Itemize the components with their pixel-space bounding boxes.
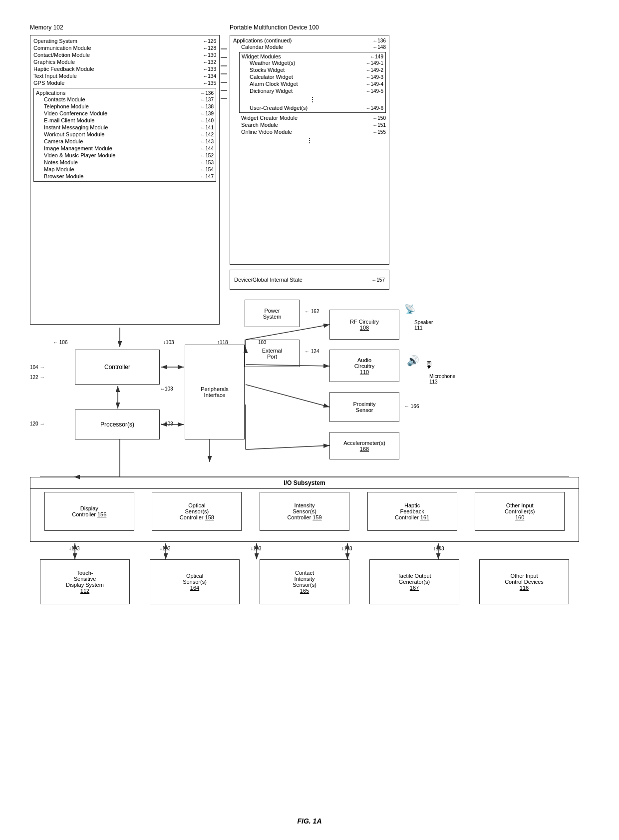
memory-label: Memory 102 (30, 24, 63, 31)
figure-label: FIG. 1A (0, 817, 619, 825)
ref-104: 104 → (30, 365, 44, 370)
touch-display-label: Touch-SensitiveDisplay System112 (66, 570, 104, 594)
other-input-controller-label: Other InputController(s)160 (505, 502, 535, 520)
gps-module-item: GPS Module ←135 (33, 79, 216, 86)
map-module: Map Module ←154 (36, 166, 214, 173)
stocks-widget: Stocks Widget ←149-2 (242, 66, 383, 73)
speaker-icon: 🔊 (407, 355, 419, 367)
io-subsystem-label: I/O Subsystem (30, 477, 579, 489)
display-controller-label: DisplayController 156 (72, 505, 106, 517)
io-subsystem-box: I/O Subsystem DisplayController 156 Opti… (30, 477, 579, 542)
contact-intensity-label: ContactIntensitySensor(s)165 (293, 570, 316, 594)
widget-modules-box: Widget Modules ←149 Weather Widget(s) ←1… (239, 52, 386, 113)
search-module: Search Module ←151 (233, 121, 386, 128)
ellipsis-dots: ⋮ (242, 94, 383, 104)
calculator-widget: Calculator Widget ←149-3 (242, 73, 383, 80)
apps-continued-header: Applications (continued) ←136 (233, 37, 386, 43)
proximity-sensor-label: ProximitySensor (353, 401, 375, 413)
workout-module: Workout Support Module ←142 (36, 131, 214, 138)
bus-103b: 103 (258, 340, 267, 345)
dictionary-widget: Dictionary Widget ←149-5 (242, 87, 383, 94)
accelerometers-box: Accelerometer(s)168 (329, 432, 399, 459)
browser-module: Browser Module ←147 (36, 173, 214, 180)
external-port-box: ExternalPort (245, 340, 300, 367)
optical-sensors-label: OpticalSensor(s)164 (183, 573, 207, 591)
peripherals-box: PeripheralsInterface (185, 345, 245, 439)
device-state-label: Device/Global Internal State (234, 277, 303, 283)
proximity-ref: ← 166 (404, 404, 419, 409)
applications-header: Applications ←136 (36, 90, 214, 96)
notes-module: Notes Module ←153 (36, 159, 214, 166)
device-label: Portable Multifunction Device 100 (230, 24, 319, 31)
bus-118: ↑118 (217, 340, 228, 345)
text-input-item: Text Input Module ←134 (33, 72, 216, 79)
haptic-feedback-controller-box: HapticFeedbackController 161 (367, 492, 457, 531)
arrow-103-other: ↕103 (433, 546, 444, 551)
video-music-module: Video & Music Player Module ←152 (36, 152, 214, 159)
external-port-label: ExternalPort (262, 348, 282, 360)
arrow-103-intensity: ↕103 (251, 546, 262, 551)
comm-module-item: Communication Module ←128 (33, 44, 216, 51)
image-mgmt-module: Image Management Module ←144 (36, 145, 214, 152)
video-conf-module: Video Conference Module ←139 (36, 110, 214, 117)
widget-modules-header: Widget Modules ←149 (242, 53, 383, 59)
microphone-label: Microphone113 (429, 374, 455, 385)
processor-label: Processor(s) (100, 421, 134, 428)
power-system-label: PowerSystem (263, 308, 282, 320)
svg-line-16 (246, 385, 329, 407)
peripherals-label: PeripheralsInterface (201, 386, 229, 398)
microphone-icon: 🎙 (424, 360, 434, 371)
contacts-module: Contacts Module ←137 (36, 96, 214, 103)
contact-motion-item: Contact/Motion Module ←130 (33, 51, 216, 58)
telephone-module: Telephone Module ←138 (36, 103, 214, 110)
power-ref: ← 162 (305, 309, 319, 314)
audio-circuitry-label: AudioCircuitry110 (354, 357, 374, 375)
antenna-icon: 📡 (404, 304, 415, 315)
device-module-list: Applications (continued) ←136 Calendar M… (230, 35, 389, 147)
ref-120: 120 → (30, 421, 44, 426)
other-input-devices-box: Other InputControl Devices116 (479, 559, 569, 604)
rf-circuitry-box: RF Circuitry108 (329, 310, 399, 340)
applications-inner-box: Applications ←136 Contacts Module ←137 T… (33, 88, 216, 182)
device-box: Applications (continued) ←136 Calendar M… (230, 35, 389, 265)
proximity-sensor-box: ProximitySensor (329, 392, 399, 422)
calendar-module: Calendar Module ←148 (233, 43, 386, 50)
other-input-controller-box: Other InputController(s)160 (475, 492, 565, 531)
tactile-output-label: Tactile OutputGenerator(s)167 (397, 573, 431, 591)
touch-display-box: Touch-SensitiveDisplay System112 (40, 559, 130, 604)
ref-122: 122 → (30, 375, 44, 380)
audio-circuitry-box: AudioCircuitry110 (329, 350, 399, 382)
device-state-ref: ←157 (371, 277, 385, 283)
os-item: Operating System ←126 (33, 37, 216, 44)
arrow-103-display: ↕103 (69, 546, 80, 551)
weather-widget: Weather Widget(s) ←149-1 (242, 59, 383, 66)
intensity-sensor-controller-box: IntensitySensor(s)Controller 159 (260, 492, 349, 531)
graphics-module-item: Graphics Module ←132 (33, 58, 216, 65)
arrow-103-haptic: ↕103 (341, 546, 352, 551)
diagram-container: Memory 102 Operating System ←126 Communi… (0, 0, 619, 840)
alarm-widget: Alarm Clock Widget ←149-4 (242, 80, 383, 87)
display-controller-box: DisplayController 156 (44, 492, 134, 531)
haptic-feedback-item: Haptic Feedback Module ←133 (33, 65, 216, 72)
tactile-output-box: Tactile OutputGenerator(s)167 (369, 559, 459, 604)
ellipsis-dots2: ⋮ (233, 135, 386, 145)
im-module: Instant Messaging Module ←141 (36, 124, 214, 131)
memory-box: Operating System ←126 Communication Modu… (30, 35, 220, 325)
svg-line-18 (246, 445, 329, 449)
email-module: E-mail Client Module ←140 (36, 117, 214, 124)
io-items-row: DisplayController 156 OpticalSensor(s)Co… (30, 489, 579, 534)
device-state-box: Device/Global Internal State ←157 (230, 270, 389, 290)
memory-module-list: Operating System ←126 Communication Modu… (30, 35, 219, 184)
online-video-module: Online Video Module ←155 (233, 128, 386, 135)
processor-box: Processor(s) (75, 410, 160, 439)
bus-103-controller: ↔103 (160, 386, 173, 392)
camera-module: Camera Module ←143 (36, 138, 214, 145)
rf-circuitry-label: RF Circuitry108 (350, 319, 379, 331)
controller-label: Controller (104, 364, 130, 371)
optical-sensors-box: OpticalSensor(s)164 (150, 559, 240, 604)
other-input-devices-label: Other InputControl Devices116 (505, 573, 544, 591)
power-system-box: PowerSystem (245, 300, 300, 327)
widget-creator-module: Widget Creator Module ←150 (233, 114, 386, 121)
optical-sensor-controller-label: OpticalSensor(s)Controller 158 (180, 502, 214, 520)
intensity-sensor-controller-label: IntensitySensor(s)Controller 159 (287, 502, 321, 520)
